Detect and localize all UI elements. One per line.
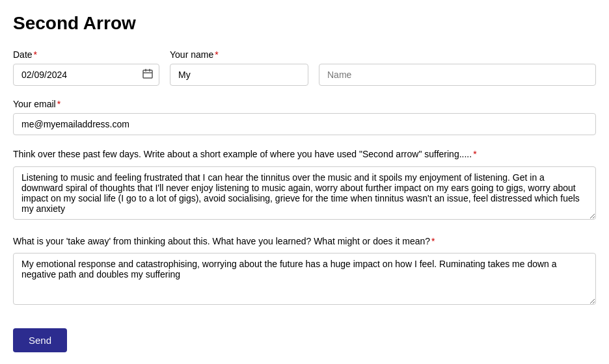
- question2-label: What is your 'take away' from thinking a…: [13, 235, 596, 248]
- date-label: Date*: [13, 49, 159, 60]
- your-name-label: Your name*: [170, 49, 308, 60]
- email-label: Your email*: [13, 99, 596, 109]
- last-name-input[interactable]: [319, 64, 596, 86]
- send-button[interactable]: Send: [13, 328, 67, 352]
- question1-label: Think over these past few days. Write ab…: [13, 148, 596, 161]
- date-input[interactable]: [13, 64, 159, 86]
- question2-textarea[interactable]: [13, 253, 596, 305]
- question1-textarea[interactable]: [13, 166, 596, 220]
- email-input[interactable]: [13, 113, 596, 135]
- first-name-input[interactable]: [170, 64, 308, 86]
- page-title: Second Arrow: [13, 13, 596, 34]
